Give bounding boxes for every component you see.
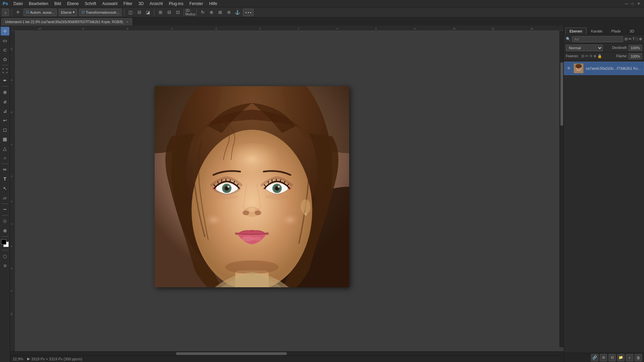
eraser-tool[interactable]: ◻ — [1, 125, 9, 134]
hand-tool[interactable]: ☉ — [1, 217, 9, 226]
more-options-button[interactable]: • • • — [243, 9, 254, 16]
rectangular-marquee-tool[interactable]: ▭ — [1, 36, 9, 45]
lock-position-icon[interactable]: ✛ — [589, 54, 592, 58]
tab-ebenen[interactable]: Ebenen — [565, 27, 587, 35]
blur-tool[interactable]: △ — [1, 144, 9, 153]
layer-attr-icon[interactable]: □ — [636, 37, 638, 41]
home-button[interactable]: ⌂ — [2, 9, 9, 16]
layer-type-icon[interactable]: ⊟ — [625, 37, 628, 41]
eyedropper-tool[interactable]: ✒ — [1, 76, 9, 85]
screen-mode-tool[interactable]: ⊟ — [1, 261, 9, 270]
lock-transparency-icon[interactable]: ⊟ — [581, 54, 584, 58]
doc-tab-close[interactable]: × — [126, 20, 128, 24]
menu-bild[interactable]: Bild — [52, 1, 64, 7]
align-right-icon[interactable]: ◪ — [145, 9, 151, 16]
dodge-tool[interactable]: ○ — [1, 154, 9, 162]
lock-paint-icon[interactable]: ✏ — [585, 54, 588, 58]
tab-pfade[interactable]: Pfade — [607, 27, 625, 35]
grid-icon[interactable]: ⊞ — [217, 9, 223, 16]
auto-select-label: Autom. ausw... — [30, 10, 54, 14]
zoom-tool[interactable]: ⊕ — [1, 226, 9, 235]
canvas-document[interactable] — [155, 86, 349, 287]
new-layer-button[interactable]: + — [626, 354, 633, 361]
layer-select-icon[interactable]: ⊕ — [639, 37, 642, 41]
quick-select-tool[interactable]: ⊙ — [1, 55, 9, 64]
lasso-tool[interactable]: ⊂ — [1, 46, 9, 54]
clone-stamp-tool[interactable]: ⊿ — [1, 107, 9, 115]
move-tool-icon[interactable]: ✛ — [15, 9, 21, 16]
menu-hilfe[interactable]: Hilfe — [206, 1, 220, 7]
path-select-tool[interactable]: ↖ — [1, 184, 9, 193]
3d-mode-toggle[interactable]: 3D-Modus — [187, 9, 194, 16]
fill-input[interactable] — [629, 53, 642, 59]
anchor-icon[interactable]: ⚓ — [234, 9, 241, 16]
canvas-viewport[interactable] — [15, 31, 564, 351]
menu-ebene[interactable]: Ebene — [64, 1, 82, 7]
vertical-scroll-thumb[interactable] — [560, 62, 563, 126]
minimize-button[interactable]: — — [624, 1, 629, 6]
opacity-control: Deckkraft: — [612, 45, 642, 51]
rotate-icon[interactable]: ↻ — [199, 9, 206, 16]
crop-tool[interactable]: ⛶ — [1, 67, 9, 75]
history-brush-tool[interactable]: ↩ — [1, 116, 9, 125]
new-group-button[interactable]: 📁 — [617, 354, 625, 361]
layer-effects-icon[interactable]: ✏ — [629, 37, 632, 41]
auto-select-checkbox[interactable]: ☑ Autom. ausw... — [23, 9, 57, 16]
layer-dropdown[interactable]: Ebene ▾ — [59, 9, 77, 16]
blend-mode-select[interactable]: Normal — [566, 45, 603, 51]
menu-plugins[interactable]: Plug-ins — [166, 1, 186, 7]
pen-tool[interactable]: ✏ — [1, 165, 9, 174]
document-tab[interactable]: Unbenannt-1 bei 22,9% (ca7aedc30a2d3c90d… — [1, 18, 132, 25]
layer-visibility-toggle[interactable]: 👁 — [566, 66, 572, 71]
3d-tool[interactable]: ••• — [1, 205, 9, 214]
layer-item[interactable]: 👁 ca7aedc30a2d3c...f73db2b1 Kopie — [564, 62, 644, 75]
layers-search-input[interactable] — [572, 36, 623, 42]
text-tool[interactable]: T — [1, 175, 9, 183]
link-layers-button[interactable]: 🔗 — [591, 354, 598, 361]
menubar: Ps Datei Bearbeiten Bild Ebene Schrift A… — [0, 0, 644, 7]
menu-bearbeiten[interactable]: Bearbeiten — [26, 1, 51, 7]
layers-list[interactable]: 👁 ca7aedc30a2d3c...f73db2b1 Kopie — [564, 60, 644, 353]
menu-filter[interactable]: Filter — [121, 1, 135, 7]
menu-schrift[interactable]: Schrift — [82, 1, 99, 7]
checkbox-icon: ☑ — [26, 10, 29, 14]
lock-artboard-icon[interactable]: ⊕ — [593, 54, 596, 58]
color-swatches[interactable] — [1, 239, 9, 247]
shape-tool[interactable]: ▱ — [1, 193, 9, 202]
align-left-icon[interactable]: ◫ — [127, 9, 134, 16]
transform-checkbox[interactable]: ☑ Transformationsstr... — [79, 9, 122, 16]
menu-ansicht[interactable]: Ansicht — [147, 1, 165, 7]
zoom-level[interactable]: 22,9% — [13, 357, 23, 361]
healing-brush-tool[interactable]: ⊕ — [1, 88, 9, 97]
menu-datei[interactable]: Datei — [11, 1, 25, 7]
magnet-icon[interactable]: ⊛ — [225, 9, 232, 16]
target-icon[interactable]: ⊕ — [208, 9, 215, 16]
maximize-button[interactable]: □ — [630, 1, 635, 6]
lock-all-icon[interactable]: 🔒 — [597, 54, 602, 58]
layer-effects-button[interactable]: ⊛ — [600, 354, 607, 361]
menu-3d[interactable]: 3D — [136, 1, 146, 7]
gradient-tool[interactable]: ▦ — [1, 135, 9, 143]
foreground-color-swatch[interactable] — [1, 239, 6, 245]
horizontal-scroll-thumb[interactable] — [176, 352, 287, 355]
menu-fenster[interactable]: Fenster — [187, 1, 206, 7]
distribute-icon[interactable]: ⊞ — [157, 9, 164, 16]
vertical-scrollbar[interactable] — [559, 31, 564, 347]
delete-layer-button[interactable]: 🗑 — [635, 354, 642, 361]
distribute3-icon[interactable]: ⊡ — [174, 9, 181, 16]
opacity-input[interactable] — [629, 45, 642, 51]
tab-kanaele[interactable]: Kanäle — [587, 27, 607, 35]
layer-mode-icon[interactable]: T — [633, 37, 635, 41]
menu-auswahl[interactable]: Auswahl — [100, 1, 120, 7]
canvas-middle-row: -10 -8 -6 -4 -2 0 2 4 6 8 10 — [10, 31, 564, 351]
quick-mask-tool[interactable]: ◯ — [1, 252, 9, 260]
close-button[interactable]: ✕ — [636, 1, 641, 6]
tab-3d[interactable]: 3D — [625, 27, 639, 35]
horizontal-scrollbar[interactable] — [10, 351, 564, 355]
distribute2-icon[interactable]: ⊟ — [166, 9, 172, 16]
brush-tool[interactable]: ⌀ — [1, 97, 9, 106]
move-tool[interactable]: ✛ — [1, 27, 9, 36]
align-center-icon[interactable]: ⊟ — [136, 9, 143, 16]
separator-2 — [124, 9, 124, 16]
layer-mask-button[interactable]: ⊟ — [608, 354, 616, 361]
